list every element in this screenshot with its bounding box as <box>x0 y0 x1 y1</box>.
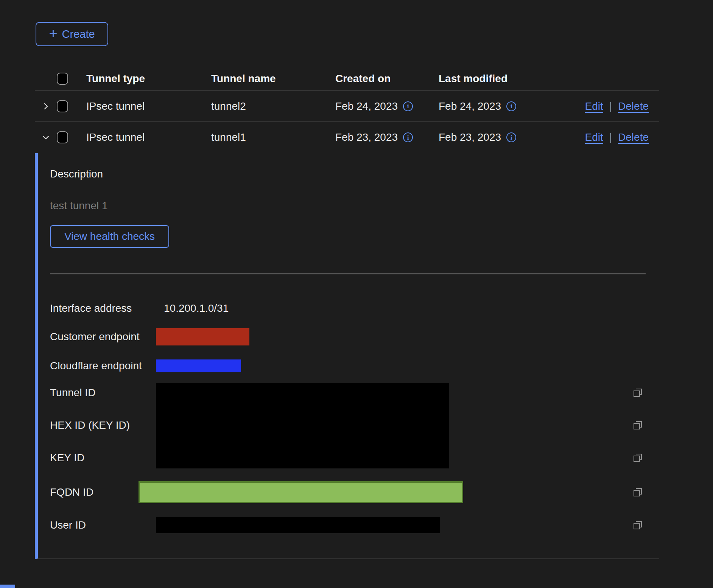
copy-icon <box>632 487 643 498</box>
tunnels-page: + Create Tunnel type Tunnel name Created… <box>0 0 713 588</box>
detail-row-cloudflare-endpoint: Cloudflare endpoint <box>50 359 646 372</box>
header-tunnel-type: Tunnel type <box>86 73 211 85</box>
edit-link[interactable]: Edit <box>585 100 603 112</box>
tunnel-detail-panel: Description test tunnel 1 View health ch… <box>35 153 659 559</box>
copy-fqdn-id-button[interactable] <box>631 486 644 499</box>
bottom-accent-bar <box>0 585 15 588</box>
section-divider <box>50 274 646 274</box>
description-label: Description <box>50 168 646 180</box>
chevron-down-icon <box>41 132 51 142</box>
edit-link[interactable]: Edit <box>585 131 603 143</box>
detail-row-fqdn-id: FQDN ID <box>50 481 646 503</box>
create-button-label: Create <box>62 28 95 40</box>
detail-row-interface-address: Interface address 10.200.1.0/31 <box>50 299 646 318</box>
detail-row-customer-endpoint: Customer endpoint <box>50 328 646 345</box>
created-on-cell: Feb 23, 2023 <box>335 131 398 143</box>
cloudflare-endpoint-redacted-value <box>156 359 241 372</box>
key-id-label: KEY ID <box>50 448 156 467</box>
tunnel-type-cell: IPsec tunnel <box>86 100 211 112</box>
hex-id-label: HEX ID (KEY ID) <box>50 416 156 435</box>
create-button[interactable]: + Create <box>36 22 108 46</box>
copy-user-id-button[interactable] <box>631 519 644 532</box>
table-row: IPsec tunnel tunnel2 Feb 24, 2023 i Feb … <box>35 91 659 122</box>
select-all-checkbox[interactable] <box>57 73 68 85</box>
detail-group-ids: Tunnel ID HEX ID (KEY ID) KEY ID <box>50 383 646 468</box>
copy-hex-id-button[interactable] <box>631 419 644 432</box>
row-checkbox[interactable] <box>57 100 68 112</box>
copy-icon <box>632 520 643 531</box>
header-created-on: Created on <box>335 73 439 85</box>
tunnel-name-cell: tunnel1 <box>211 131 335 143</box>
customer-endpoint-label: Customer endpoint <box>50 331 156 343</box>
tunnel-id-label: Tunnel ID <box>50 383 156 402</box>
copy-icon <box>632 420 643 431</box>
collapse-row-button[interactable] <box>35 132 57 142</box>
info-icon[interactable]: i <box>506 101 516 111</box>
interface-address-label: Interface address <box>50 302 156 314</box>
expand-row-button[interactable] <box>35 101 57 111</box>
created-on-cell: Feb 24, 2023 <box>335 100 398 112</box>
copy-icon <box>632 387 643 398</box>
last-modified-cell: Feb 23, 2023 <box>439 131 501 143</box>
last-modified-cell: Feb 24, 2023 <box>439 100 501 112</box>
row-checkbox[interactable] <box>57 131 68 143</box>
interface-address-value: 10.200.1.0/31 <box>164 302 229 314</box>
copy-icon <box>632 452 643 464</box>
info-icon[interactable]: i <box>506 132 516 142</box>
cloudflare-endpoint-label: Cloudflare endpoint <box>50 360 156 372</box>
ids-redacted-value <box>156 383 449 468</box>
info-icon[interactable]: i <box>403 101 413 111</box>
table-row: IPsec tunnel tunnel1 Feb 23, 2023 i Feb … <box>35 122 659 153</box>
user-id-redacted-value <box>156 517 440 533</box>
tunnels-table: Tunnel type Tunnel name Created on Last … <box>35 67 659 153</box>
header-tunnel-name: Tunnel name <box>211 73 335 85</box>
link-separator: | <box>609 100 612 112</box>
customer-endpoint-redacted-value <box>156 328 249 345</box>
detail-row-user-id: User ID <box>50 517 646 533</box>
view-health-checks-button[interactable]: View health checks <box>50 225 169 248</box>
plus-icon: + <box>49 26 57 40</box>
copy-key-id-button[interactable] <box>631 451 644 464</box>
link-separator: | <box>609 131 612 143</box>
fqdn-id-redacted-value <box>139 481 463 503</box>
description-value: test tunnel 1 <box>50 199 646 212</box>
copy-tunnel-id-button[interactable] <box>631 386 644 399</box>
chevron-right-icon <box>41 101 51 111</box>
delete-link[interactable]: Delete <box>618 100 649 112</box>
user-id-label: User ID <box>50 519 156 531</box>
delete-link[interactable]: Delete <box>618 131 649 143</box>
tunnel-type-cell: IPsec tunnel <box>86 131 211 143</box>
table-header-row: Tunnel type Tunnel name Created on Last … <box>35 67 659 91</box>
info-icon[interactable]: i <box>403 132 413 142</box>
tunnel-name-cell: tunnel2 <box>211 100 335 112</box>
header-last-modified: Last modified <box>439 73 548 85</box>
